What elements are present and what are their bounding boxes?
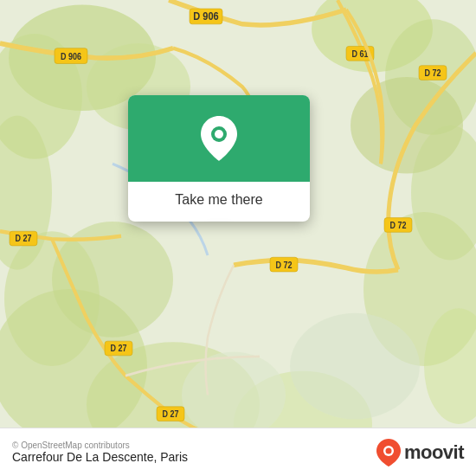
svg-text:D 72: D 72 [389,220,406,230]
svg-point-15 [4,231,100,366]
location-name: Carrefour De La Descente, Paris [12,450,188,464]
map-background: D 906 D 906 D 61 D 72 D 72 D 72 D 27 D 2… [0,0,476,476]
svg-point-39 [385,447,391,453]
footer-bar: © OpenStreetMap contributors Carrefour D… [0,428,476,476]
popup-button-area: Take me there [128,182,310,222]
svg-text:D 72: D 72 [424,68,441,78]
moovit-text: moovit [404,441,464,464]
svg-point-37 [215,130,223,138]
svg-text:D 906: D 906 [61,52,81,62]
moovit-logo-icon [376,439,401,466]
svg-text:D 27: D 27 [162,409,178,420]
svg-text:D 27: D 27 [110,344,126,354]
moovit-branding: moovit [376,439,464,466]
svg-point-17 [290,313,420,419]
svg-point-16 [182,351,286,438]
take-me-there-button[interactable]: Take me there [138,189,299,211]
location-pin-icon [200,116,238,161]
svg-text:D 27: D 27 [15,234,31,244]
map-attribution: © OpenStreetMap contributors [12,441,188,450]
popup-header [128,95,310,182]
map-container: D 906 D 906 D 61 D 72 D 72 D 72 D 27 D 2… [0,0,476,476]
svg-text:D 72: D 72 [275,260,292,270]
svg-text:D 906: D 906 [193,10,219,23]
location-popup: Take me there [128,95,310,222]
